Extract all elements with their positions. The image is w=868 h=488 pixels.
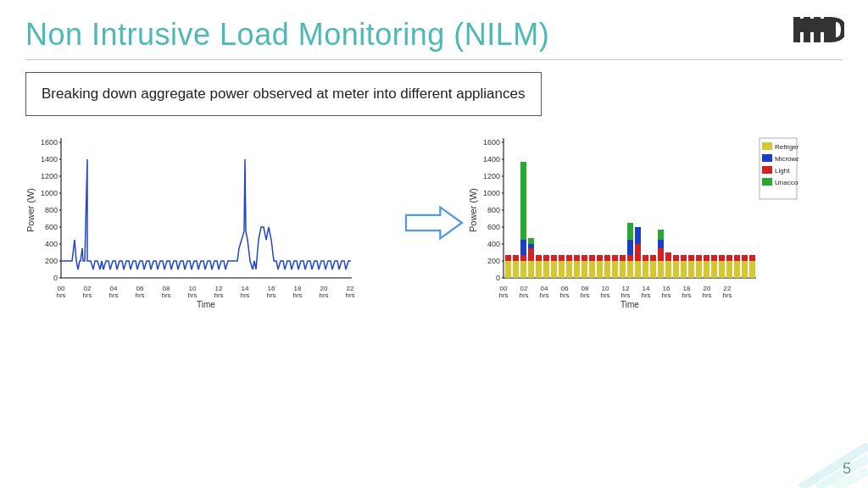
svg-rect-139 [650,255,656,261]
svg-rect-115 [574,261,580,278]
svg-marker-46 [406,207,462,238]
svg-rect-116 [574,255,580,261]
page-title: Non Intrusive Load Monitoring (NILM) [25,17,843,53]
svg-text:Power (W): Power (W) [25,188,36,232]
svg-text:Unaccounted: Unaccounted [775,179,798,186]
svg-text:0: 0 [496,274,500,282]
svg-text:1000: 1000 [483,189,500,197]
svg-rect-159 [719,255,725,261]
svg-rect-171 [762,154,772,162]
svg-rect-138 [650,261,656,278]
svg-rect-119 [589,261,595,278]
svg-rect-180 [793,17,800,42]
svg-text:hrs: hrs [620,291,630,299]
corner-decoration [783,437,868,488]
svg-rect-114 [566,255,572,261]
svg-rect-181 [804,17,810,42]
svg-rect-110 [551,255,557,261]
svg-rect-154 [704,261,709,278]
svg-rect-125 [612,261,618,278]
svg-text:hrs: hrs [559,291,569,299]
svg-text:600: 600 [45,223,58,231]
svg-rect-152 [696,261,702,278]
subtitle-text: Breaking down aggregate power observed a… [42,86,526,102]
svg-text:1400: 1400 [41,155,58,164]
svg-rect-101 [528,261,534,278]
svg-text:Microwave: Microwave [775,155,798,163]
svg-rect-118 [581,255,587,261]
svg-rect-107 [543,261,549,278]
right-arrow [404,204,464,241]
svg-rect-100 [520,240,526,255]
svg-rect-140 [658,261,664,278]
charts-area: Power (W) 0 200 400 600 800 1000 1200 14… [25,130,843,316]
svg-rect-143 [658,230,664,240]
svg-text:hrs: hrs [266,291,275,299]
svg-text:hrs: hrs [702,291,711,299]
svg-rect-144 [665,261,671,278]
svg-rect-157 [711,255,717,261]
title-divider [25,59,843,60]
svg-text:hrs: hrs [214,291,223,299]
svg-rect-124 [604,255,610,261]
svg-text:Refrigerator: Refrigerator [775,143,798,151]
left-chart-container: Power (W) 0 200 400 600 800 1000 1200 14… [25,130,400,316]
svg-text:1400: 1400 [483,155,500,164]
svg-rect-117 [581,261,587,278]
svg-rect-158 [719,261,725,278]
svg-text:200: 200 [45,257,58,265]
logo-svg [793,17,844,46]
right-chart-svg: Power (W) 0 200 400 600 800 1000 1200 14… [468,130,798,316]
svg-rect-108 [543,255,549,261]
svg-text:800: 800 [487,206,500,214]
svg-rect-155 [704,255,709,261]
svg-rect-112 [559,255,565,261]
svg-rect-150 [688,261,694,278]
svg-text:hrs: hrs [682,291,691,299]
svg-text:hrs: hrs [161,291,170,299]
svg-text:hrs: hrs [135,291,144,299]
svg-rect-175 [762,178,772,186]
svg-text:hrs: hrs [292,291,302,299]
svg-text:hrs: hrs [539,291,548,299]
svg-rect-169 [762,142,772,150]
svg-rect-166 [749,261,755,278]
svg-rect-182 [814,17,821,42]
svg-rect-104 [528,238,534,244]
svg-text:hrs: hrs [82,291,92,299]
svg-text:600: 600 [487,223,500,231]
svg-rect-145 [665,252,671,261]
svg-text:1600: 1600 [483,138,500,147]
svg-rect-129 [627,261,633,278]
svg-rect-96 [513,255,519,261]
svg-rect-103 [528,244,534,248]
svg-rect-165 [742,255,748,261]
svg-text:1200: 1200 [483,172,500,180]
svg-rect-102 [528,248,534,261]
svg-text:Time: Time [197,300,215,309]
svg-rect-120 [589,255,595,261]
svg-text:400: 400 [487,240,500,248]
svg-text:200: 200 [487,257,500,265]
svg-rect-142 [658,240,664,248]
svg-text:hrs: hrs [345,291,354,299]
slide: Non Intrusive Load Monitoring (NILM) Bre… [0,0,868,488]
svg-text:1600: 1600 [41,138,58,147]
svg-text:hrs: hrs [600,291,609,299]
svg-text:1200: 1200 [41,172,58,180]
svg-rect-151 [688,255,694,261]
svg-rect-164 [742,261,748,278]
svg-text:400: 400 [45,240,58,248]
svg-text:hrs: hrs [722,291,732,299]
svg-rect-105 [536,261,542,278]
svg-rect-173 [762,166,772,174]
svg-rect-130 [627,255,633,261]
svg-rect-98 [520,255,526,261]
right-chart-container: Power (W) 0 200 400 600 800 1000 1200 14… [468,130,843,316]
svg-text:hrs: hrs [580,291,589,299]
svg-rect-113 [566,261,572,278]
svg-text:800: 800 [45,206,58,214]
svg-rect-132 [627,223,633,240]
svg-rect-161 [726,255,732,261]
svg-text:hrs: hrs [519,291,528,299]
